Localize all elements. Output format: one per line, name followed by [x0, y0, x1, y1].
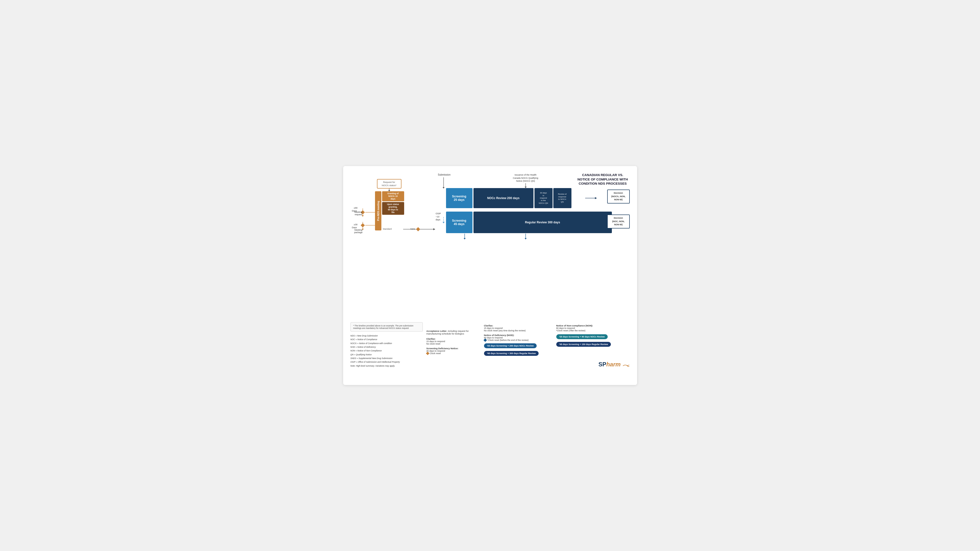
pre-nds-box: Pre-NDS meeting [375, 191, 381, 230]
non-title: Notice of Non-compliance (NON): [556, 324, 620, 327]
diagram-container: ≥90 Days Meetingrequest ≥30 Days Meeting… [350, 173, 630, 335]
standard-label: Standard [383, 228, 392, 230]
badge1: ᶜ25 days Screening + 90 days NOCc Review [556, 334, 608, 339]
abbrev-nocc: NOC/c = Notice of Compliance with condit… [350, 341, 423, 345]
left-notes: * The timeline provided above is an exam… [350, 322, 423, 368]
far-right-notes: Notice of Non-compliance (NON): 90 days … [556, 322, 620, 368]
days-bottom-label: Days [352, 226, 357, 229]
svg-marker-22 [442, 222, 445, 223]
screening-deficiency-section: Screening Deficiency Notice: 45 days to … [426, 347, 480, 355]
middle-notes: Acceptance Letter, including request for… [426, 322, 480, 368]
badge2: ᶜ45 days Screening + 150 days Regular Re… [556, 342, 611, 347]
nod-2: *Clock reset (before the end of the revi… [487, 339, 529, 341]
abbrev-note: Note: High-level summary. Variations may… [350, 364, 423, 368]
clock-reset-row: Clock reset [426, 352, 480, 355]
harm-text: harm [606, 361, 620, 368]
nocc-review-box: NOCc Review 200 days [474, 188, 533, 208]
granting-box: Granting ofNOC/c 10days [382, 191, 404, 201]
review-response-box: Review ofresponseto NOC/cQN [553, 188, 571, 208]
diamond-blue-icon [483, 338, 487, 342]
badge4: ᶜ45 days Screening + 300 days Regular Re… [484, 351, 539, 356]
non-section: Notice of Non-compliance (NON): 90 days … [556, 324, 620, 348]
gte90-label: ≥90 [354, 207, 358, 209]
clarifax-right-2: No clock reset (any time during the revi… [484, 329, 553, 332]
regular-review-box: Regular Review 300 days [474, 211, 612, 233]
noc-steps: Granting ofNOC/c 10days Upon statusgrant… [382, 191, 404, 230]
svg-rect-20 [416, 227, 420, 232]
badge4-pill: ᶜ45 days Screening + 300 days Regular Re… [484, 351, 553, 357]
clarifax-right-title: Clarifax: [484, 324, 553, 327]
abbrev-qn: QN = Qualifying Notice [350, 353, 423, 357]
screening-def-1: 45 days to respond [426, 350, 480, 352]
acceptance-letter-text: Acceptance Letter, including request for… [426, 330, 480, 335]
note-box: * The timeline provided above is an exam… [350, 322, 423, 332]
svg-rect-15 [361, 223, 365, 227]
screening-25-box: Screening25 days [446, 188, 473, 208]
right-notes: Clarifax: 15 days to respond No clock re… [484, 322, 553, 368]
nod-section: Notice of Deficiency (NOD): 90 days to r… [484, 334, 553, 357]
nocc-row: Screening25 days NOCc Review 200 days 30… [446, 188, 571, 208]
svg-marker-26 [525, 238, 527, 240]
abbrev-list: NDS = New Drug Submission NOC = Notice o… [350, 334, 423, 368]
meeting-package-label: Meetingpackage [350, 229, 366, 233]
clarifax-left-section: Clarifax: 15 days to respond No clock re… [426, 337, 480, 345]
svg-marker-7 [595, 197, 597, 199]
main-card: CANADIAN REGULAR VS. NOTICE OF COMPLIANC… [343, 166, 637, 385]
clock-reset-label: Clock reset [430, 352, 441, 355]
spharm-logo: SPharm [598, 361, 630, 368]
nod-title: Notice of Deficiency (NOD): [484, 334, 553, 337]
sp-text: SP [598, 361, 606, 368]
qn-label: Issuance of the HealthCanada NOC/c Quali… [505, 173, 546, 183]
regular-row: Screening45 days Regular Review 300 days [446, 211, 612, 233]
clarifax-left-2: No clock reset [426, 343, 480, 345]
clarifax-right-section: Clarifax: 15 days to respond No clock re… [484, 324, 553, 332]
svg-marker-19 [433, 228, 435, 230]
abbrev-nod: NOD = Notice of Deficiency [350, 345, 423, 349]
svg-marker-3 [442, 187, 445, 189]
spharm-bird-icon [622, 364, 630, 368]
bottom-section: * The timeline provided above is an exam… [350, 322, 630, 368]
qn-boxes: 30 daystorespondto theNOC/c QN Review of… [535, 188, 571, 208]
upon-status-box: Upon statusgranting,60 days tofile [382, 202, 404, 215]
screening-45-box: Screening45 days [446, 211, 473, 233]
abbrev-non: NON = Notice of Non-Compliance [350, 349, 423, 353]
badge1-pill: ᶜ25 days Screening + 90 days NOCc Review [556, 334, 620, 340]
badge3-pill: ᶜ25 days Screening + 200 days NOCc Revie… [484, 343, 553, 349]
gte30-label: ≥30 [354, 223, 358, 226]
abbrev-noc: NOC = Notice of Compliance [350, 338, 423, 341]
svg-marker-24 [464, 238, 466, 240]
nod-1: 90 days to respond [484, 337, 553, 339]
meeting-request-label: Meetingrequest [350, 211, 366, 216]
abbrev-osip: OSIP = Office of Submission and Intellec… [350, 360, 423, 364]
clarifax-left-title: Clarifax: [426, 337, 480, 340]
noc-request-box: Request forNOC/c status* [377, 179, 401, 189]
abbrev-snds: SNDS = Supplemental New Drug Submission [350, 357, 423, 360]
decision-regular-box: Decision(NOC, NON,NON-W) [607, 214, 630, 229]
badge3: ᶜ25 days Screening + 200 days NOCc Revie… [484, 343, 537, 348]
pre-nds-block: Pre-NDS meeting Granting ofNOC/c 10days … [375, 191, 404, 230]
decision-nocc-box: Decision(NOC/c, NON,NON-W) [607, 189, 630, 203]
non-2: *Clock reset (After the review) [556, 329, 620, 332]
non-1: 90 days to respond [556, 327, 620, 329]
clarifax-right-1: 15 days to respond [484, 327, 553, 329]
nod-clock-row: *Clock reset (before the end of the revi… [484, 339, 553, 341]
qn-respond-box: 30 daystorespondto theNOC/c QN [535, 188, 553, 208]
clarifax-left-1: 15 days to respond [426, 340, 480, 343]
screening-def-title: Screening Deficiency Notice: [426, 347, 480, 350]
badge2-pill: ᶜ45 days Screening + 150 days Regular Re… [556, 342, 620, 348]
nds-arrow-label: NDS [410, 228, 415, 230]
diamond-icon [426, 352, 429, 355]
submission-label: Submission [438, 173, 451, 176]
osip-label: OSIP~10days [436, 212, 441, 221]
abbrev-nds: NDS = New Drug Submission [350, 334, 423, 338]
